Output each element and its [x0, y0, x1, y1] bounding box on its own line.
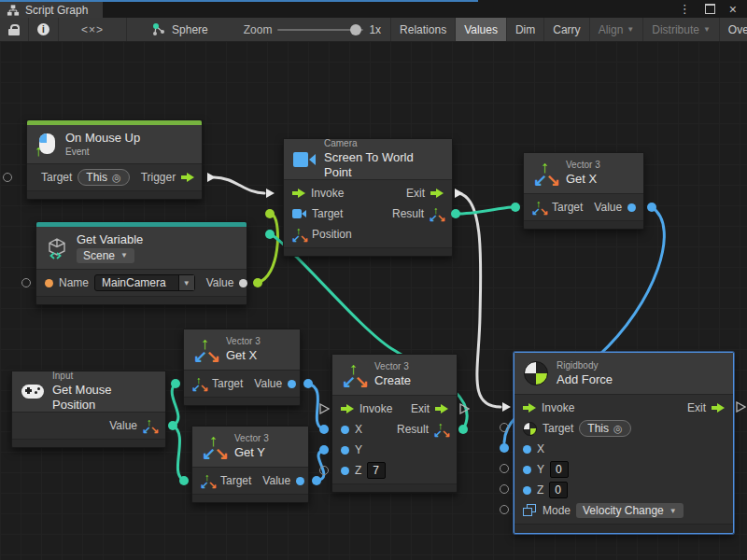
toolbar-button-dim[interactable]: Dim	[507, 18, 544, 41]
variable-scope-dropdown[interactable]: Scene▼	[77, 248, 134, 263]
node-title: Get Mouse Position	[52, 383, 156, 412]
port-camera-exit-out[interactable]	[453, 188, 464, 199]
gamepad-icon	[21, 385, 44, 399]
wire-trigger-to-invoke[interactable]	[214, 177, 264, 193]
chevron-down-icon: ▼	[627, 25, 634, 34]
chevron-down-icon: ▼	[178, 275, 194, 290]
port-addforce-x-in[interactable]	[500, 443, 509, 453]
graph-canvas[interactable]: ↑ On Mouse Up Event Target This◎	[0, 41, 747, 560]
wire-mouse-to-gety-target[interactable]	[173, 426, 183, 480]
zoom-slider-handle[interactable]	[350, 24, 361, 35]
port-label-value: Value	[206, 276, 234, 289]
wire-camera-result-to-getx-target[interactable]	[456, 207, 512, 214]
tab-bar: Script Graph ⋮ ×	[0, 0, 747, 18]
float-port-dot[interactable]	[296, 477, 304, 485]
float-port-dot[interactable]	[341, 446, 349, 455]
string-port-dot[interactable]	[45, 279, 53, 287]
port-getxtop-value-out[interactable]	[647, 203, 656, 212]
node-on-mouse-up[interactable]: ↑ On Mouse Up Event Target This◎	[26, 119, 203, 200]
port-create-z-in[interactable]	[319, 466, 329, 475]
port-label-target: Target	[220, 474, 251, 487]
port-getxtop-target-in[interactable]	[511, 203, 520, 212]
node-vector3-create[interactable]: ↑↙↘ Vector 3 Create Invoke Exit X	[331, 354, 458, 493]
port-getvariable-name-in[interactable]	[21, 278, 31, 287]
node-title: Add Force	[557, 372, 613, 387]
node-title: Screen To World Point	[324, 150, 443, 179]
target-self-pill[interactable]: This◎	[579, 420, 630, 437]
port-addforce-z-in[interactable]	[500, 484, 509, 494]
float-port-dot[interactable]	[627, 203, 636, 212]
z-value-field[interactable]: 7	[367, 462, 386, 479]
float-port-dot[interactable]	[288, 380, 296, 388]
window-menu-icon[interactable]: ⋮	[679, 3, 691, 15]
node-get-variable[interactable]: Get Variable Scene▼ Name MainCamera▼ Val…	[35, 221, 247, 305]
variable-name-dropdown[interactable]: MainCamera▼	[94, 274, 195, 291]
inspect-code-button[interactable]: <×>	[59, 18, 127, 41]
close-icon[interactable]: ×	[729, 3, 737, 16]
port-getxmid-value-out[interactable]	[303, 379, 313, 388]
port-camera-result-out[interactable]	[451, 209, 460, 218]
wire-variable-to-camera-target[interactable]	[258, 216, 277, 283]
port-create-invoke-in[interactable]	[318, 403, 330, 414]
port-gety-target-in[interactable]	[179, 476, 189, 485]
node-screen-to-world-point[interactable]: Camera Screen To World Point Invoke Exit…	[283, 138, 453, 257]
y-value-field[interactable]: 0	[550, 461, 569, 478]
port-camera-invoke-in[interactable]	[264, 188, 275, 199]
toolbar-button-relations[interactable]: Relations	[390, 18, 456, 41]
port-camera-position-in[interactable]	[265, 230, 275, 239]
value-port-dot[interactable]	[239, 279, 247, 287]
port-addforce-mode-in[interactable]	[500, 505, 509, 514]
float-port-dot[interactable]	[523, 466, 531, 474]
flow-arrow-icon	[712, 403, 725, 413]
port-create-x-in[interactable]	[319, 425, 329, 434]
lock-button[interactable]	[0, 18, 29, 41]
node-get-x-top[interactable]: ↑↙↘ Vector 3 Get X ↑↙↘ Target Value	[523, 152, 644, 230]
toolbar-button-overview[interactable]: Overview	[720, 18, 747, 41]
port-getmouseposition-value-out[interactable]	[168, 421, 177, 430]
port-label-trigger: Trigger	[141, 171, 176, 184]
port-gety-value-out[interactable]	[312, 476, 321, 485]
float-port-dot[interactable]	[341, 467, 349, 475]
port-create-result-out[interactable]	[458, 425, 468, 434]
float-port-dot[interactable]	[341, 426, 349, 434]
port-label-exit: Exit	[411, 402, 430, 415]
info-button[interactable]: i	[29, 18, 59, 41]
port-label-z: Z	[537, 483, 543, 497]
port-addforce-exit-out[interactable]	[735, 401, 746, 413]
z-value-field[interactable]: 0	[549, 482, 568, 498]
node-category: Vector 3	[374, 361, 411, 372]
port-addforce-invoke-in[interactable]	[500, 401, 512, 413]
port-label-y: Y	[537, 463, 544, 476]
port-onmouseup-target-in[interactable]	[3, 173, 12, 182]
port-getvariable-value-out[interactable]	[253, 278, 262, 287]
force-mode-dropdown[interactable]: Velocity Change▼	[576, 503, 684, 518]
toolbar-button-carry[interactable]: Carry	[544, 18, 589, 41]
wire-mouse-to-getx-target[interactable]	[172, 385, 178, 426]
toolbar-button-distribute[interactable]: Distribute▼	[643, 18, 720, 41]
port-camera-target-in[interactable]	[265, 209, 275, 218]
vector3-icon: ↑↙↘	[532, 201, 546, 215]
port-onmouseup-trigger-out[interactable]	[205, 172, 217, 183]
float-port-dot[interactable]	[523, 486, 531, 495]
port-label-target: Target	[41, 171, 72, 184]
float-port-dot[interactable]	[523, 445, 531, 454]
maximize-icon[interactable]	[705, 4, 715, 14]
port-addforce-y-in[interactable]	[500, 464, 509, 473]
wire-camera-exit-to-addforce-invoke[interactable]	[458, 193, 500, 407]
node-get-x-mid[interactable]: ↑↙↘ Vector 3 Get X ↑↙↘ Target Value	[183, 329, 301, 406]
graph-breadcrumb[interactable]: Sphere	[142, 18, 218, 41]
toolbar-button-values[interactable]: Values	[456, 18, 507, 41]
port-label-result: Result	[392, 207, 424, 220]
zoom-slider[interactable]	[277, 29, 363, 31]
port-create-y-in[interactable]	[319, 445, 329, 455]
port-getxmid-target-in[interactable]	[171, 379, 180, 388]
node-get-mouse-position[interactable]: Input Get Mouse Position Value ↑↙↘	[11, 371, 166, 448]
tab-script-graph[interactable]: Script Graph	[0, 2, 103, 18]
target-self-pill[interactable]: This◎	[78, 169, 129, 186]
node-add-force[interactable]: Rigidbody Add Force Invoke Exit Target T…	[514, 352, 734, 534]
node-title: Get Variable	[77, 232, 143, 247]
node-get-y[interactable]: ↑↙↘ Vector 3 Get Y ↑↙↘ Target Value	[191, 426, 309, 503]
toolbar-button-align[interactable]: Align▼	[590, 18, 644, 41]
port-create-exit-out[interactable]	[458, 403, 470, 414]
port-addforce-target-in[interactable]	[500, 423, 509, 432]
